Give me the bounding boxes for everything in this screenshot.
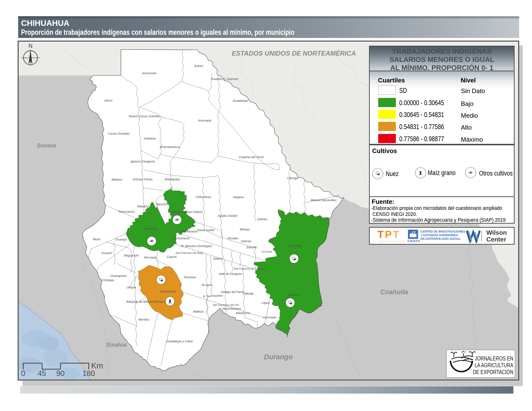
- svg-text:Rosales: Rosales: [228, 237, 238, 240]
- svg-text:Rosario: Rosario: [202, 283, 212, 287]
- svg-text:Galeana: Galeana: [144, 137, 155, 140]
- svg-text:Juárez: Juárez: [193, 64, 203, 68]
- svg-text:0: 0: [21, 369, 25, 378]
- svg-text:Cuauhtémoc: Cuauhtémoc: [168, 210, 186, 214]
- svg-text:Sonora: Sonora: [37, 142, 56, 149]
- svg-text:Batopilas de Manuel Gómez Morí: Batopilas de Manuel Gómez Morín: [126, 300, 171, 303]
- svg-text:Namiquipa: Namiquipa: [165, 177, 180, 181]
- svg-text:Uruachi: Uruachi: [101, 251, 112, 255]
- svg-text:San Francisco de Borja: San Francisco de Borja: [176, 252, 203, 254]
- svg-text:Allende: Allende: [243, 292, 254, 295]
- svg-text:Bachíniva: Bachíniva: [156, 203, 169, 206]
- svg-text:El Tule: El Tule: [203, 295, 211, 298]
- svg-text:Aquiles Serdán: Aquiles Serdán: [217, 214, 238, 218]
- svg-text:Dr. Belisario Domínguez: Dr. Belisario Domínguez: [181, 244, 212, 248]
- svg-text:Coahuila: Coahuila: [380, 289, 408, 296]
- svg-text:Manuel Benavides: Manuel Benavides: [311, 198, 337, 202]
- svg-text:Gómez Farías: Gómez Farías: [133, 177, 153, 181]
- svg-text:Matachí: Matachí: [137, 205, 149, 208]
- svg-text:45: 45: [38, 369, 46, 378]
- svg-text:Coronado: Coronado: [263, 316, 277, 319]
- svg-text:Jiménez: Jiménez: [288, 293, 300, 297]
- svg-text:N: N: [28, 43, 33, 49]
- svg-text:Carichí: Carichí: [167, 255, 177, 259]
- svg-text:Chínipas: Chínipas: [102, 279, 114, 282]
- svg-text:Meoqui: Meoqui: [240, 228, 250, 231]
- svg-text:Ojinaga: Ojinaga: [287, 176, 298, 180]
- svg-text:180: 180: [83, 369, 95, 378]
- svg-text:Ocampo: Ocampo: [115, 238, 127, 241]
- svg-text:Delicias: Delicias: [241, 240, 251, 243]
- svg-text:Camargo: Camargo: [289, 244, 302, 247]
- svg-text:Urique: Urique: [127, 286, 136, 289]
- svg-text:Hidalgo del Parral: Hidalgo del Parral: [221, 290, 244, 294]
- svg-text:Bocoyna: Bocoyna: [144, 256, 157, 259]
- svg-text:Ahumada: Ahumada: [198, 119, 211, 122]
- svg-text:Temósachic: Temósachic: [118, 210, 135, 214]
- svg-text:Nuevo Casas Grandes: Nuevo Casas Grandes: [129, 114, 161, 118]
- svg-text:Balleza: Balleza: [193, 310, 204, 313]
- svg-text:Guerrero: Guerrero: [145, 227, 157, 230]
- svg-text:Durango: Durango: [264, 353, 293, 361]
- svg-text:Julimes: Julimes: [256, 217, 268, 221]
- svg-text:Santa Bárbara: Santa Bárbara: [222, 307, 241, 310]
- svg-text:La Cruz: La Cruz: [261, 250, 272, 253]
- svg-text:Moris: Moris: [93, 237, 101, 241]
- svg-text:Valle de Zaragoza: Valle de Zaragoza: [218, 272, 242, 276]
- svg-text:Guachochi: Guachochi: [160, 290, 176, 293]
- svg-text:Coyame del Sotol: Coyame del Sotol: [239, 155, 264, 159]
- svg-text:Nonoava: Nonoava: [184, 276, 196, 279]
- svg-text:Riva Palacio: Riva Palacio: [185, 210, 203, 214]
- svg-text:Km: Km: [91, 361, 103, 370]
- svg-text:Madera: Madera: [112, 178, 122, 181]
- svg-text:Cusihuiriachi: Cusihuiriachi: [172, 237, 190, 240]
- svg-text:Huejotitán: Huejotitán: [211, 294, 223, 297]
- svg-text:Buenaventura: Buenaventura: [160, 145, 180, 149]
- svg-text:Praxedis G. Guerrero: Praxedis G. Guerrero: [211, 77, 238, 81]
- svg-text:Morelos: Morelos: [138, 318, 150, 321]
- svg-text:Chihuahua: Chihuahua: [196, 195, 211, 199]
- svg-text:San Francisco del Oro: San Francisco del Oro: [213, 303, 239, 306]
- svg-text:ESTADOS UNIDOS DE NORTEAMÉRICA: ESTADOS UNIDOS DE NORTEAMÉRICA: [232, 50, 356, 57]
- svg-text:Guadalupe: Guadalupe: [233, 99, 248, 103]
- svg-text:Ascensión: Ascensión: [142, 71, 156, 75]
- svg-text:Matamoros: Matamoros: [236, 311, 250, 315]
- svg-text:Sinaloa: Sinaloa: [106, 341, 126, 348]
- svg-text:Santa Isabel: Santa Isabel: [197, 228, 215, 232]
- svg-text:Janos: Janos: [104, 99, 113, 102]
- svg-text:Aldama: Aldama: [233, 195, 244, 199]
- svg-text:San Francisco de Conchos: San Francisco de Conchos: [234, 267, 266, 270]
- svg-text:Satevó: Satevó: [213, 257, 222, 260]
- svg-text:Gran Morelos: Gran Morelos: [180, 230, 198, 233]
- svg-text:Guadalupe y Calvo: Guadalupe y Calvo: [166, 339, 193, 343]
- svg-text:Guazapares: Guazapares: [110, 274, 127, 278]
- svg-text:López: López: [261, 301, 270, 305]
- svg-text:Ignacio Zaragoza: Ignacio Zaragoza: [131, 159, 155, 163]
- svg-text:Maguarichi: Maguarichi: [124, 254, 139, 257]
- svg-text:90: 90: [56, 369, 65, 378]
- svg-text:Saucillo: Saucillo: [246, 246, 257, 249]
- svg-text:Casas Grandes: Casas Grandes: [108, 132, 130, 135]
